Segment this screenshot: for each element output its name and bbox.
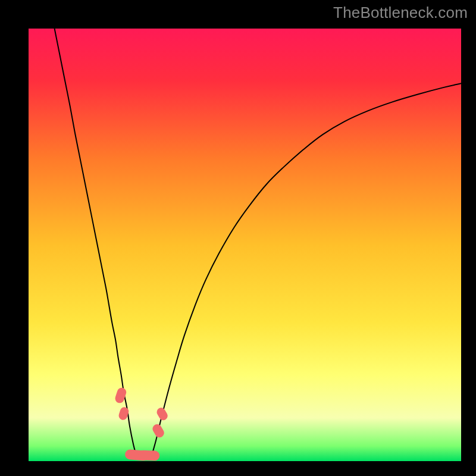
plot-area [29, 29, 461, 461]
chart-background [29, 29, 461, 461]
chart-frame: TheBottleneck.com [0, 0, 476, 476]
marker-3 [138, 450, 160, 461]
watermark-label: TheBottleneck.com [333, 4, 468, 22]
chart-svg [29, 29, 461, 461]
